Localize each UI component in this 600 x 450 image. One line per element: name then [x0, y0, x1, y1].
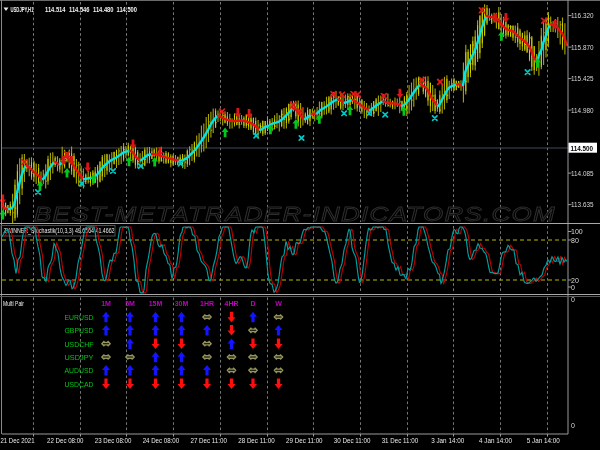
- svg-text:15M: 15M: [149, 300, 163, 307]
- svg-text:0: 0: [571, 296, 575, 303]
- svg-text:114.546: 114.546: [69, 6, 90, 13]
- svg-text:BEST-METATRADER-INDICATORS.COM: BEST-METATRADER-INDICATORS.COM: [34, 203, 556, 225]
- svg-text:113.635: 113.635: [571, 201, 594, 208]
- svg-text:USDJPY,H1: USDJPY,H1: [11, 6, 34, 14]
- svg-text:23 Dec 08:00: 23 Dec 08:00: [95, 437, 132, 444]
- svg-text:114.514: 114.514: [45, 6, 66, 13]
- svg-text:1M: 1M: [101, 300, 111, 307]
- svg-text:AUDUSD: AUDUSD: [65, 366, 94, 375]
- svg-text:USDCHF: USDCHF: [65, 340, 95, 349]
- svg-text:114.980: 114.980: [571, 107, 594, 114]
- svg-text:20: 20: [571, 277, 579, 284]
- svg-text:27 Dec 11:00: 27 Dec 11:00: [190, 437, 227, 444]
- svg-text:21 Dec 2021: 21 Dec 2021: [1, 437, 35, 444]
- svg-text:0: 0: [571, 284, 575, 291]
- svg-text:0: 0: [571, 422, 575, 429]
- svg-text:29 Dec 11:00: 29 Dec 11:00: [286, 437, 323, 444]
- svg-text:30M: 30M: [175, 300, 189, 307]
- svg-text:3 Jan 14:00: 3 Jan 14:00: [431, 437, 464, 444]
- svg-text:100: 100: [571, 228, 583, 235]
- svg-text:1HR: 1HR: [200, 300, 214, 307]
- svg-text:D: D: [250, 300, 255, 307]
- svg-text:24 Dec 08:00: 24 Dec 08:00: [143, 437, 180, 444]
- svg-text:31 Dec 11:00: 31 Dec 11:00: [382, 437, 419, 444]
- svg-text:GBPUSD: GBPUSD: [65, 326, 94, 335]
- svg-text:115.870: 115.870: [571, 44, 594, 51]
- svg-text:116.320: 116.320: [571, 12, 594, 19]
- svg-text:EURUSD: EURUSD: [65, 313, 94, 322]
- svg-text:114.500: 114.500: [571, 145, 594, 152]
- svg-text:4 Jan 14:00: 4 Jan 14:00: [479, 437, 512, 444]
- svg-text:Multi Pair: Multi Pair: [3, 300, 25, 307]
- svg-text:W: W: [275, 300, 282, 307]
- svg-text:80: 80: [571, 237, 579, 244]
- svg-text:USDJPY: USDJPY: [65, 353, 94, 362]
- svg-text:115.425: 115.425: [571, 75, 594, 82]
- svg-text:USDCAD: USDCAD: [65, 380, 94, 389]
- svg-text:114.480: 114.480: [93, 6, 114, 13]
- svg-text:28 Dec 11:00: 28 Dec 11:00: [238, 437, 275, 444]
- svg-text:114.500: 114.500: [117, 6, 138, 13]
- svg-text:22 Dec 08:00: 22 Dec 08:00: [47, 437, 84, 444]
- svg-text:30 Dec 11:00: 30 Dec 11:00: [334, 437, 371, 444]
- svg-text:114.085: 114.085: [571, 170, 594, 177]
- svg-text:5 Jan 14:00: 5 Jan 14:00: [527, 437, 560, 444]
- svg-text:4HR: 4HR: [224, 300, 238, 307]
- svg-text:5M: 5M: [125, 300, 135, 307]
